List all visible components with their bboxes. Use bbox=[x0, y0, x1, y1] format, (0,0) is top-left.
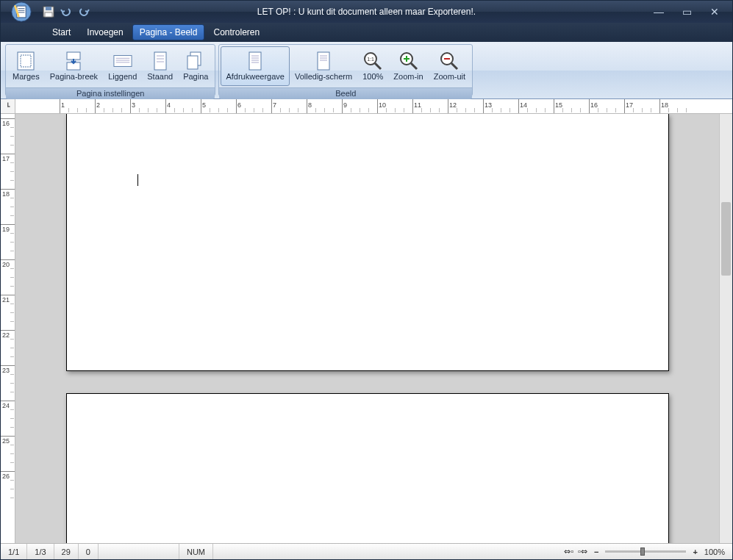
zoom-slider[interactable] bbox=[605, 550, 686, 553]
fit-width-icon[interactable]: ⇔▫ bbox=[564, 547, 573, 556]
svg-rect-7 bbox=[45, 12, 52, 17]
vertical-scrollbar[interactable] bbox=[719, 114, 732, 543]
svg-text:1:1: 1:1 bbox=[367, 57, 374, 62]
minimize-button[interactable]: — bbox=[651, 4, 666, 19]
zoom-plus-button[interactable]: + bbox=[690, 548, 699, 556]
svg-rect-21 bbox=[187, 56, 198, 69]
zoom-uit-button[interactable]: Zoom-uit bbox=[429, 46, 471, 86]
liggend-button[interactable]: Liggend bbox=[103, 46, 142, 86]
marges-label: Marges bbox=[12, 72, 40, 81]
app-window: LET OP! : U kunt dit document alleen maa… bbox=[0, 0, 733, 560]
status-col[interactable]: 0 bbox=[79, 544, 99, 559]
svg-rect-6 bbox=[46, 7, 51, 10]
zoom-percent[interactable]: 100% bbox=[704, 548, 725, 556]
status-empty bbox=[99, 544, 179, 559]
margins-icon bbox=[16, 51, 35, 71]
staand-button[interactable]: Staand bbox=[142, 46, 178, 86]
menubar: Start Invoegen Pagina - Beeld Controlere… bbox=[1, 23, 732, 42]
document-area[interactable] bbox=[15, 114, 719, 543]
vertical-ruler[interactable]: 1617181920212223242526 bbox=[1, 114, 15, 543]
status-page[interactable]: 1/1 bbox=[1, 544, 27, 559]
statusbar: 1/1 1/3 29 0 NUM ⇔▫ ▫⇔ − + 100% bbox=[1, 543, 732, 559]
page-break-icon bbox=[64, 51, 83, 71]
zoom-in-button[interactable]: Zoom-in bbox=[388, 46, 428, 86]
afdrukweergave-button[interactable]: Afdrukweergave bbox=[221, 46, 290, 86]
window-title: LET OP! : U kunt dit document alleen maa… bbox=[1, 7, 732, 17]
zoom-minus-button[interactable]: − bbox=[592, 548, 601, 556]
save-button[interactable] bbox=[42, 5, 55, 18]
volledig-scherm-button[interactable]: Volledig-scherm bbox=[290, 46, 357, 86]
menu-controleren[interactable]: Controleren bbox=[206, 24, 267, 40]
svg-line-37 bbox=[411, 63, 417, 69]
volledig-scherm-label: Volledig-scherm bbox=[295, 72, 352, 81]
zoom-out-icon bbox=[440, 51, 459, 71]
fit-page-icon[interactable]: ▫⇔ bbox=[578, 547, 587, 556]
svg-rect-12 bbox=[114, 56, 132, 67]
fullscreen-icon bbox=[314, 51, 333, 71]
page-1[interactable] bbox=[66, 114, 669, 371]
scroll-thumb[interactable] bbox=[721, 202, 731, 276]
status-line[interactable]: 29 bbox=[54, 544, 79, 559]
zoom-uit-label: Zoom-uit bbox=[434, 72, 465, 81]
ribbon-group2-label: Beeld bbox=[219, 87, 472, 99]
pagina-breek-label: Pagina-breek bbox=[50, 72, 98, 81]
ribbon-group-pagina-instellingen: Marges Pagina-breek Liggend Staand Pagin… bbox=[5, 44, 215, 96]
horizontal-ruler[interactable]: 123456789101112131415161718 bbox=[15, 99, 732, 113]
ruler-row: ┗ 123456789101112131415161718 bbox=[1, 99, 732, 114]
liggend-label: Liggend bbox=[108, 72, 137, 81]
menu-invoegen[interactable]: Invoegen bbox=[79, 24, 130, 40]
portrait-icon bbox=[151, 51, 170, 71]
svg-rect-16 bbox=[154, 52, 166, 70]
ribbon: Marges Pagina-breek Liggend Staand Pagin… bbox=[1, 42, 732, 99]
maximize-button[interactable]: ▭ bbox=[679, 4, 694, 19]
zoom-100-button[interactable]: 1:1 100% bbox=[357, 46, 388, 86]
svg-line-40 bbox=[451, 63, 457, 69]
ribbon-group1-label: Pagina instellingen bbox=[6, 87, 215, 99]
window-controls: — ▭ ✕ bbox=[651, 4, 732, 19]
pagina-breek-button[interactable]: Pagina-breek bbox=[45, 46, 103, 86]
afdrukweergave-label: Afdrukweergave bbox=[226, 72, 285, 81]
marges-button[interactable]: Marges bbox=[7, 46, 45, 86]
landscape-icon bbox=[113, 51, 132, 71]
status-num[interactable]: NUM bbox=[179, 544, 213, 559]
page-2[interactable] bbox=[66, 393, 669, 543]
zoom-control: ⇔▫ ▫⇔ − + 100% bbox=[557, 547, 732, 556]
close-button[interactable]: ✕ bbox=[707, 4, 722, 19]
ribbon-group-beeld: Afdrukweergave Volledig-scherm 1:1 100% … bbox=[218, 44, 473, 96]
zoom-100-label: 100% bbox=[362, 72, 383, 81]
pagina-label: Pagina bbox=[183, 72, 208, 81]
quick-access-toolbar bbox=[42, 5, 90, 18]
pagina-button[interactable]: Pagina bbox=[178, 46, 213, 86]
status-section[interactable]: 1/3 bbox=[27, 544, 54, 559]
svg-rect-27 bbox=[318, 52, 329, 70]
text-cursor bbox=[137, 174, 138, 186]
zoom-thumb[interactable] bbox=[640, 548, 645, 556]
svg-line-33 bbox=[375, 63, 381, 69]
zoom-in-label: Zoom-in bbox=[393, 72, 423, 81]
print-layout-icon bbox=[246, 51, 265, 71]
zoom-in-icon bbox=[399, 51, 418, 71]
app-menu-button[interactable] bbox=[5, 1, 37, 23]
workspace: 1617181920212223242526 bbox=[1, 114, 732, 543]
svg-rect-10 bbox=[67, 52, 80, 60]
redo-button[interactable] bbox=[77, 5, 90, 18]
menu-pagina-beeld[interactable]: Pagina - Beeld bbox=[132, 24, 205, 40]
svg-rect-22 bbox=[249, 52, 261, 70]
zoom-100-icon: 1:1 bbox=[363, 51, 382, 71]
menu-start[interactable]: Start bbox=[45, 24, 78, 40]
staand-label: Staand bbox=[147, 72, 173, 81]
ruler-corner: ┗ bbox=[1, 99, 15, 113]
titlebar: LET OP! : U kunt dit document alleen maa… bbox=[1, 1, 732, 23]
pages-icon bbox=[186, 51, 205, 71]
undo-button[interactable] bbox=[60, 5, 73, 18]
